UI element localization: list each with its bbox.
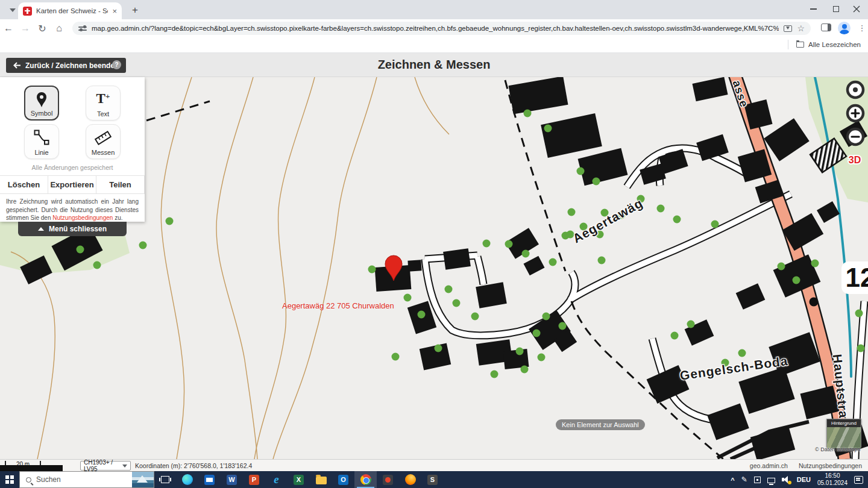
screen: Karten der Schweiz - Schweize × + ← → ↻ …	[0, 0, 868, 488]
tool-symbol-button[interactable]: Symbol	[24, 86, 59, 120]
geoadmin-link[interactable]: geo.admin.ch	[750, 462, 788, 469]
ink-workspace-icon[interactable]	[754, 477, 761, 483]
firefox-icon	[405, 474, 416, 485]
chevron-down-icon	[122, 465, 127, 468]
building	[736, 283, 766, 310]
building	[523, 256, 544, 276]
map-copyright: © Daten swisstopo	[815, 446, 860, 452]
new-tab-button[interactable]: +	[128, 4, 142, 18]
help-button[interactable]: ?	[112, 60, 121, 69]
tree	[505, 240, 513, 248]
chrome-taskbar-button[interactable]	[354, 471, 377, 488]
minimize-icon	[810, 8, 817, 10]
contour-line	[273, 77, 377, 459]
bookmark-star-icon[interactable]: ☆	[797, 24, 805, 33]
powerpoint-taskbar-button[interactable]: P	[243, 471, 265, 488]
address-bar[interactable]: map.geo.admin.ch/?lang=de&topic=ech&bgLa…	[72, 22, 811, 35]
bus-stop-dot	[810, 298, 819, 307]
zoom-out-button[interactable]	[848, 129, 863, 145]
tree	[778, 263, 785, 271]
maximize-icon	[833, 6, 839, 12]
back-icon[interactable]: ←	[0, 23, 17, 34]
storage-notice: Ihre Zeichnung wird automatisch ein Jahr…	[0, 194, 145, 222]
start-button[interactable]	[0, 471, 19, 488]
road	[477, 257, 483, 284]
profile-avatar[interactable]	[838, 22, 851, 34]
tree	[435, 345, 442, 352]
locate-button[interactable]	[848, 82, 863, 98]
tray-expand-icon[interactable]: ^	[731, 477, 734, 484]
all-bookmarks-button[interactable]: Alle Lesezeichen	[808, 41, 861, 48]
share-button[interactable]: Teilen	[96, 175, 145, 194]
taskbar-clock[interactable]: 16:50 05.01.2024	[817, 472, 848, 487]
side-panel-icon[interactable]	[821, 23, 831, 31]
windows-taskbar: Suchen WPeXOS ^ ✎ DEU 16:50 05.01.2024	[0, 471, 868, 488]
export-button[interactable]: Exportieren	[48, 175, 96, 194]
home-icon[interactable]: ⌂	[51, 23, 68, 34]
reload-icon[interactable]: ↻	[34, 23, 51, 34]
building	[692, 77, 728, 101]
tree	[855, 310, 863, 318]
close-menu-button[interactable]: Menü schliessen	[18, 222, 127, 236]
search-daily-image[interactable]	[132, 472, 154, 487]
hiking-trail	[571, 301, 605, 351]
file-explorer-taskbar-button[interactable]	[310, 471, 332, 488]
window-minimize-button[interactable]	[802, 0, 825, 18]
network-icon[interactable]	[767, 478, 775, 483]
zoom-in-button[interactable]	[848, 105, 863, 121]
taskbar-search-box[interactable]: Suchen	[19, 471, 154, 488]
window-close-button[interactable]	[845, 0, 868, 18]
line-icon	[25, 129, 58, 146]
forward-icon[interactable]: →	[17, 23, 34, 34]
clock-time: 16:50	[825, 472, 840, 479]
mail-taskbar-button[interactable]	[198, 471, 221, 488]
tree	[524, 110, 532, 117]
word-taskbar-button[interactable]: W	[221, 471, 243, 488]
background-thumbnail[interactable]	[827, 427, 861, 448]
volume-icon[interactable]	[782, 476, 790, 483]
pen-tray-icon[interactable]: ✎	[741, 475, 747, 484]
app-red-taskbar-button[interactable]	[377, 471, 399, 488]
tab-search-button[interactable]	[6, 5, 19, 16]
install-app-icon[interactable]	[784, 25, 792, 32]
outlook-taskbar-button[interactable]: O	[332, 471, 354, 488]
view-3d-button[interactable]: 3D	[849, 155, 861, 165]
s-app-taskbar-button[interactable]: S	[421, 471, 444, 488]
building	[738, 367, 794, 414]
internet-explorer-taskbar-button[interactable]: e	[265, 471, 288, 488]
tool-measure-button[interactable]: Messen	[86, 124, 121, 159]
page-title: Zeichnen & Messen	[0, 58, 868, 72]
tool-line-button[interactable]: Linie	[24, 124, 59, 159]
edge-taskbar-button[interactable]	[176, 471, 198, 488]
drawing-text-label[interactable]: Aegertawäg 22 705 Churwalden	[282, 301, 394, 310]
clock-date: 05.01.2024	[817, 480, 848, 486]
terms-link[interactable]: Nutzungsbedingungen	[52, 214, 113, 221]
firefox-taskbar-button[interactable]	[399, 471, 421, 488]
contour-line	[11, 252, 55, 459]
background-layer-widget[interactable]: Hintergrund	[826, 419, 861, 448]
browser-tab[interactable]: Karten der Schweiz - Schweize ×	[18, 2, 122, 19]
back-finish-drawing-button[interactable]: Zurück / Zeichnen beenden	[6, 58, 126, 73]
tab-title: Karten der Schweiz - Schweize	[36, 7, 108, 14]
site-settings-icon[interactable]	[78, 25, 87, 32]
tree	[418, 311, 426, 319]
tree	[166, 217, 174, 225]
browser-menu-icon[interactable]: ⋮	[856, 21, 868, 36]
excel-taskbar-button[interactable]: X	[288, 471, 310, 488]
tab-close-icon[interactable]: ×	[112, 7, 117, 15]
delete-button[interactable]: Löschen	[0, 175, 48, 194]
notification-center-icon[interactable]	[854, 476, 863, 484]
projection-select[interactable]: CH1903+ / LV95	[80, 461, 131, 471]
language-indicator[interactable]: DEU	[797, 476, 811, 483]
window-maximize-button[interactable]	[825, 0, 848, 18]
building	[578, 148, 628, 186]
edge-icon	[182, 474, 193, 485]
tool-text-button[interactable]: T+ Text	[86, 86, 121, 120]
task-view-button[interactable]	[154, 471, 176, 488]
selection-tooltip: Kein Element zur Auswahl	[556, 419, 645, 430]
outlook-icon: O	[338, 475, 348, 485]
drawing-panel: Symbol T+ Text Linie Messen Alle	[0, 77, 145, 222]
terms-footer-link[interactable]: Nutzungsbedingungen	[799, 462, 862, 469]
app-red-icon	[383, 475, 393, 485]
map-marker-pin[interactable]	[383, 255, 404, 281]
